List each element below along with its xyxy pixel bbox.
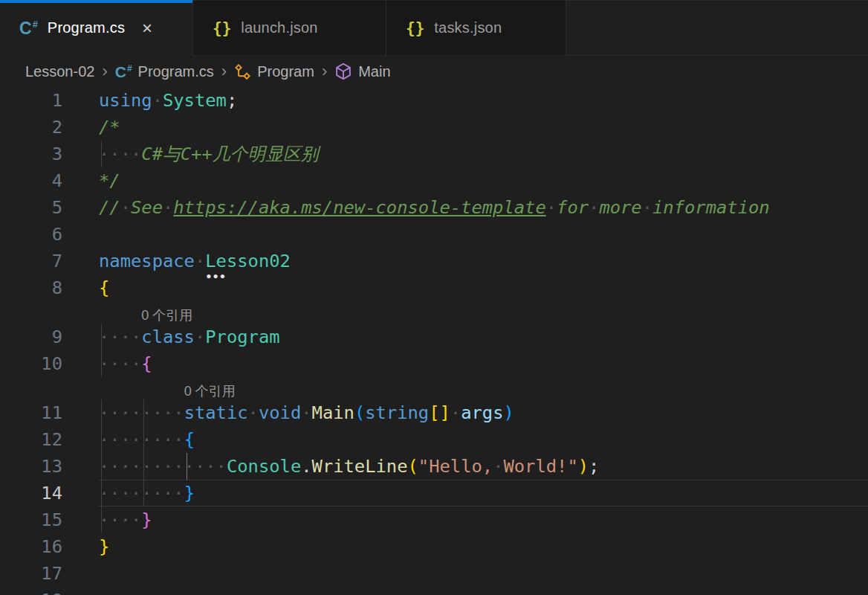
whitespace-dots: · xyxy=(248,402,259,423)
code-token: information xyxy=(652,197,770,218)
whitespace-dots: ············ xyxy=(99,456,227,477)
code-token: ) xyxy=(503,402,514,423)
breadcrumb-item-file[interactable]: C# Program.cs xyxy=(115,63,214,80)
whitespace-dots: ········ xyxy=(99,429,184,450)
tab-bar: C# Program.cs × {} launch.json {} tasks.… xyxy=(0,0,868,56)
line-number[interactable]: 13 xyxy=(0,453,62,480)
comment-link[interactable]: https://aka.ms/new-console-template xyxy=(173,197,545,218)
codelens-references[interactable]: 0 个引用 xyxy=(184,384,236,399)
code-token: for xyxy=(557,197,589,218)
code-line[interactable]: 4*/ xyxy=(0,167,868,194)
tab-label: launch.json xyxy=(241,19,317,36)
code-line-content: //·See·https://aka.ms/new-console-templa… xyxy=(99,197,770,218)
code-token: args xyxy=(461,402,503,423)
code-token: ) xyxy=(578,456,589,477)
breadcrumb-item-class[interactable]: Program xyxy=(234,63,314,80)
codelens-references[interactable]: 0 个引用 xyxy=(141,308,192,323)
code-token: { xyxy=(184,429,195,450)
code-line[interactable]: 11········static·void·Main(string[]·args… xyxy=(0,399,868,426)
code-line[interactable]: 9····class·Program xyxy=(0,324,868,350)
tab-launch-json[interactable]: {} launch.json xyxy=(193,0,386,56)
code-line[interactable]: 13············Console.WriteLine("Hello,·… xyxy=(0,453,868,480)
code-token: } xyxy=(99,536,109,557)
code-line[interactable]: 3····C#与C++几个明显区别 xyxy=(0,141,868,167)
code-editor[interactable]: 1using·System;2/*3····C#与C++几个明显区别4*/5//… xyxy=(0,87,868,595)
line-number[interactable]: 8 xyxy=(0,274,62,301)
code-line-content: ····} xyxy=(99,509,152,530)
code-line[interactable]: 18 xyxy=(0,587,868,595)
line-number[interactable]: 15 xyxy=(0,506,62,533)
line-number[interactable]: 14 xyxy=(0,480,62,506)
code-token: ; xyxy=(589,456,599,477)
code-line[interactable]: 8{ xyxy=(0,274,868,301)
code-token: more xyxy=(599,197,641,218)
tab-label: tasks.json xyxy=(434,19,502,36)
whitespace-dots: · xyxy=(120,197,131,218)
whitespace-dots: ···· xyxy=(99,144,141,164)
code-line-content: /* xyxy=(99,117,120,138)
line-number[interactable]: 16 xyxy=(0,533,62,560)
close-icon[interactable]: × xyxy=(142,19,152,37)
code-token: class xyxy=(141,327,195,347)
whitespace-dots: · xyxy=(642,197,652,218)
chevron-right-icon: › xyxy=(102,63,107,80)
code-token: ; xyxy=(227,90,237,111)
code-line[interactable]: 6 xyxy=(0,221,868,248)
code-line[interactable]: 5//·See·https://aka.ms/new-console-templ… xyxy=(0,194,868,221)
codelens-row: 0 个引用 xyxy=(0,377,868,399)
whitespace-dots: · xyxy=(589,197,599,218)
tab-program-cs[interactable]: C# Program.cs × xyxy=(0,0,193,56)
code-line[interactable]: 2/* xyxy=(0,114,868,141)
code-line[interactable]: 10····{ xyxy=(0,350,868,377)
code-token: /* xyxy=(99,117,120,138)
line-number[interactable]: 7 xyxy=(0,248,62,274)
code-line[interactable]: 14········} xyxy=(0,480,868,506)
line-number[interactable]: 12 xyxy=(0,426,62,453)
code-token: World!" xyxy=(503,456,577,477)
line-number[interactable]: 1 xyxy=(0,87,62,114)
line-number[interactable]: 3 xyxy=(0,141,62,167)
line-number[interactable]: 17 xyxy=(0,560,62,587)
code-line[interactable]: 7namespace·Lesson02●●● xyxy=(0,248,868,274)
line-number[interactable]: 4 xyxy=(0,167,62,194)
code-token: "Hello, xyxy=(418,456,493,477)
code-token: C#与C++几个明显区别 xyxy=(141,144,318,164)
whitespace-dots: · xyxy=(301,402,311,423)
breadcrumb-item-method[interactable]: Main xyxy=(334,62,390,80)
whitespace-dots: ···· xyxy=(99,353,141,374)
whitespace-dots: ···· xyxy=(99,327,141,347)
csharp-file-icon: C# xyxy=(19,19,38,37)
line-number[interactable]: 10 xyxy=(0,350,62,377)
code-token: [] xyxy=(429,402,450,423)
whitespace-dots: ········ xyxy=(99,402,184,423)
code-line-content: ····class·Program xyxy=(99,327,280,347)
code-line[interactable]: 17 xyxy=(0,560,868,587)
code-line-content: ····{ xyxy=(99,353,152,374)
breadcrumb-item-folder[interactable]: Lesson-02 xyxy=(25,63,94,80)
tab-tasks-json[interactable]: {} tasks.json xyxy=(386,0,566,56)
line-number[interactable]: 9 xyxy=(0,324,62,350)
code-line[interactable]: 16} xyxy=(0,533,868,560)
code-line[interactable]: 1using·System; xyxy=(0,87,868,114)
code-line-content: namespace·Lesson02●●● xyxy=(99,251,291,271)
codelens-row: 0 个引用 xyxy=(0,301,868,324)
code-token: Program xyxy=(205,327,279,347)
whitespace-dots: · xyxy=(195,251,205,271)
line-number[interactable]: 2 xyxy=(0,114,62,141)
line-number[interactable]: 6 xyxy=(0,221,62,248)
code-token: } xyxy=(184,483,195,504)
code-token: . xyxy=(301,456,311,477)
code-line[interactable]: 15····} xyxy=(0,506,868,533)
line-number[interactable]: 18 xyxy=(0,587,62,595)
tab-label: Program.cs xyxy=(48,19,125,36)
line-number[interactable]: 11 xyxy=(0,399,62,426)
code-token: namespace xyxy=(99,251,195,271)
line-number[interactable]: 5 xyxy=(0,194,62,221)
whitespace-dots: · xyxy=(163,197,173,218)
suggestion-dots-marker: ●●● xyxy=(206,263,227,289)
code-line[interactable]: 12········{ xyxy=(0,426,868,453)
method-symbol-icon xyxy=(334,62,352,80)
whitespace-dots: · xyxy=(493,456,503,477)
whitespace-dots: ···· xyxy=(99,509,141,530)
code-token: Main xyxy=(312,402,354,423)
